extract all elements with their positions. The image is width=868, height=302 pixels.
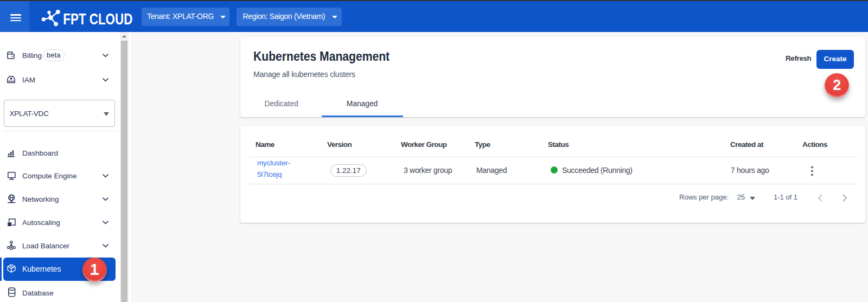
svg-text:FPT CLOUD: FPT CLOUD xyxy=(63,10,132,28)
